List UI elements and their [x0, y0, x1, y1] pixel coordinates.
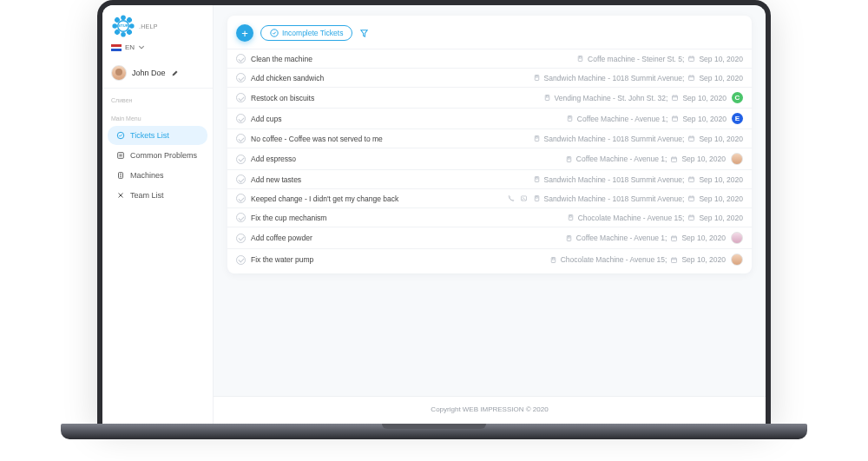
ticket-row[interactable]: Add chicken sandwichSandwich Machine - 1… — [227, 68, 752, 87]
user-name: John Doe — [132, 69, 166, 77]
status-circle-icon[interactable] — [236, 255, 246, 265]
ticket-row[interactable]: Fix the water pumpChocolate Machine - Av… — [227, 248, 752, 270]
svg-rect-26 — [689, 177, 694, 181]
svg-rect-16 — [569, 117, 570, 119]
status-circle-icon[interactable] — [236, 175, 246, 184]
ticket-row[interactable]: Fix the cup mechanismChocolate Machine -… — [227, 207, 752, 227]
plus-icon: + — [241, 27, 248, 40]
toolbar: + Incomplete Tickets — [227, 21, 752, 49]
ticket-title: Add new tastes — [251, 175, 301, 184]
machine-icon — [576, 55, 584, 63]
status-circle-icon[interactable] — [236, 213, 246, 222]
cross-icon — [116, 191, 125, 200]
avatar — [111, 65, 127, 81]
ticket-title: Fix the water pump — [251, 255, 313, 264]
badge-icon: E — [732, 113, 743, 124]
sidebar-item-label: Tickets List — [130, 131, 169, 140]
ticket-meta: Coffee Machine - Avenue 1;Sep 10, 2020 — [565, 155, 726, 163]
ticket-title: Add coffee powder — [251, 234, 312, 242]
ticket-date: Sep 10, 2020 — [699, 74, 743, 82]
language-switcher[interactable]: EN — [102, 43, 213, 58]
chevron-down-icon — [138, 44, 145, 51]
laptop-notch — [382, 424, 486, 429]
tickets-panel: + Incomplete Tickets Clean the machine — [227, 16, 752, 273]
status-circle-icon[interactable] — [236, 234, 246, 243]
ticket-machine: Chocolate Machine - Avenue 15; — [578, 214, 685, 222]
main: + Incomplete Tickets Clean the machine — [214, 5, 766, 424]
status-circle-icon[interactable] — [236, 134, 246, 143]
main-menu: Tickets ListCommon ProblemsMachinesTeam … — [102, 125, 213, 206]
ticket-row[interactable]: Add new tastesSandwich Machine - 1018 Su… — [227, 169, 752, 188]
sidebar-item-problems[interactable]: Common Problems — [108, 146, 207, 165]
ticket-title: Restock on biscuits — [251, 94, 314, 102]
ticket-date: Sep 10, 2020 — [699, 194, 743, 203]
svg-rect-8 — [689, 56, 694, 61]
machine-icon — [543, 94, 551, 102]
image-icon — [520, 194, 528, 202]
add-ticket-button[interactable]: + — [236, 24, 253, 42]
ticket-date: Sep 10, 2020 — [682, 94, 727, 102]
ticket-date: Sep 10, 2020 — [681, 155, 726, 163]
ticket-row[interactable]: Add espressoCoffee Machine - Avenue 1;Se… — [227, 148, 752, 169]
machine-icon — [533, 175, 541, 183]
svg-rect-20 — [689, 136, 694, 141]
svg-rect-25 — [536, 178, 537, 180]
nav-section-label: Main Menu — [102, 107, 213, 125]
ticket-meta: Sandwich Machine - 1018 Summit Avenue;Se… — [533, 194, 744, 203]
edit-icon[interactable] — [171, 69, 179, 77]
ticket-machine: Chocolate Machine - Avenue 15; — [561, 255, 667, 264]
sidebar-item-tickets[interactable]: Tickets List — [108, 126, 207, 145]
ticket-title: No coffee - Coffee was not served to me — [251, 135, 383, 143]
ticket-extras — [507, 194, 528, 202]
machine-icon — [565, 155, 573, 163]
status-circle-icon[interactable] — [236, 155, 246, 164]
svg-rect-14 — [673, 95, 678, 100]
badge-icon: C — [732, 92, 743, 103]
ticket-date: Sep 10, 2020 — [699, 55, 743, 63]
machine-icon — [549, 256, 557, 264]
check-circle-icon — [116, 131, 125, 140]
sidebar-item-team[interactable]: Team List — [108, 186, 207, 205]
calendar-icon — [670, 155, 678, 163]
sidebar-item-label: Common Problems — [130, 151, 197, 160]
status-circle-icon[interactable] — [236, 93, 246, 102]
ticket-row[interactable]: Add cupsCoffee Machine - Avenue 1;Sep 10… — [227, 108, 752, 128]
sidebar-item-label: Machines — [130, 171, 164, 180]
ticket-row[interactable]: Add coffee powderCoffee Machine - Avenue… — [227, 227, 752, 248]
svg-rect-31 — [689, 196, 694, 201]
status-circle-icon[interactable] — [236, 73, 246, 82]
svg-rect-23 — [672, 157, 677, 161]
ticket-meta: Sandwich Machine - 1018 Summit Avenue;Se… — [533, 135, 744, 143]
calendar-icon — [671, 94, 679, 102]
language-code: EN — [125, 43, 135, 51]
status-circle-icon[interactable] — [236, 194, 246, 203]
svg-rect-30 — [536, 197, 537, 199]
pill-label: Incomplete Tickets — [282, 29, 343, 37]
incomplete-tickets-pill[interactable]: Incomplete Tickets — [260, 25, 352, 41]
phone-icon — [507, 194, 515, 202]
ticket-row[interactable]: Keeped change - I didn't get my change b… — [227, 188, 752, 207]
ticket-date: Sep 10, 2020 — [699, 135, 743, 143]
ticket-row[interactable]: Restock on biscuitsVending Machine - St.… — [227, 87, 752, 108]
svg-rect-36 — [568, 236, 569, 238]
svg-rect-13 — [546, 96, 548, 98]
sidebar-item-machines[interactable]: Machines — [108, 166, 207, 185]
ticket-title: Clean the machine — [251, 55, 312, 63]
ticket-date: Sep 10, 2020 — [681, 234, 726, 242]
assignee-avatar — [731, 254, 743, 266]
svg-rect-37 — [672, 236, 677, 240]
user-row[interactable]: John Doe — [102, 58, 213, 89]
ticket-row[interactable]: No coffee - Coffee was not served to meS… — [227, 128, 752, 148]
flag-icon — [111, 44, 122, 51]
status-circle-icon[interactable] — [236, 54, 246, 63]
ticket-meta: Coffee Machine - Avenue 1;Sep 10, 2020 — [565, 234, 726, 242]
svg-rect-39 — [552, 258, 554, 260]
ticket-row[interactable]: Clean the machineCoffe machine - Steiner… — [227, 49, 752, 68]
ticket-machine: Sandwich Machine - 1018 Summit Avenue; — [544, 74, 685, 82]
footer: Copyright WEB IMPRESSION © 2020 — [214, 396, 766, 424]
status-circle-icon[interactable] — [236, 114, 246, 123]
svg-rect-40 — [672, 258, 677, 262]
filter-icon[interactable] — [359, 29, 369, 38]
svg-point-28 — [522, 197, 523, 198]
svg-rect-7 — [579, 57, 581, 59]
